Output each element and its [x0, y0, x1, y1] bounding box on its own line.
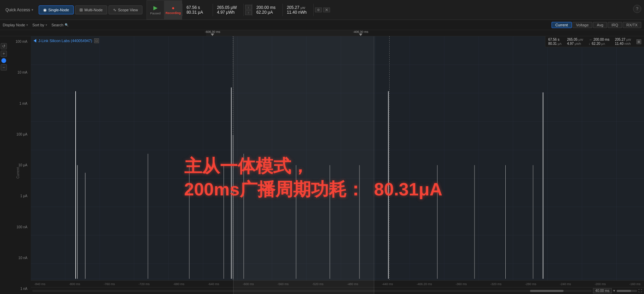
zoom-slider-track[interactable] [617, 290, 637, 292]
y-label-100ua: 100 μA [16, 132, 29, 136]
zoom-down-icon[interactable]: ▾ [613, 289, 615, 293]
zoom-out-btn[interactable]: ↺ [1, 43, 7, 49]
display-node-item[interactable]: Display Node ▾ [3, 23, 28, 27]
y-dot-indicator [1, 58, 6, 63]
filter-current-btn[interactable]: Current [552, 22, 572, 28]
y-label-100na: 100 nA [16, 225, 29, 229]
scroll-track[interactable] [32, 290, 592, 292]
help-button[interactable]: ? [633, 5, 641, 13]
second-toolbar: Display Node ▾ Sort by ▾ Search 🔍 Curren… [0, 20, 644, 30]
y-axis-labels: 100 mA 10 mA 1 mA 100 μA 10 μA 1 μA 100 … [0, 36, 29, 294]
marker1-arrow [211, 34, 214, 36]
dl-arrow-icon: ↓ [589, 42, 590, 46]
play-button[interactable]: ▶ Paused [147, 0, 164, 20]
avg-stats: 200.00 ms 62.20 μA [252, 4, 283, 16]
filter-avg-btn[interactable]: Avg [593, 22, 607, 28]
stat-row-current: 80.31 μA [548, 42, 561, 46]
stat-dl-current: 62.20 μA [592, 42, 605, 46]
stat-energy-val: 4.97 μWh [567, 42, 581, 46]
main-content: ↺ + − 100 mA 10 mA 1 mA 100 μA 10 μA 1 μ… [0, 36, 644, 294]
sort-by-item[interactable]: Sort by ▾ [32, 23, 47, 27]
zoom-in-top-btn[interactable]: + [1, 51, 7, 57]
top-toolbar: Quick Access ▾ ◉ Single-Node ⊞ Multi-Nod… [0, 0, 644, 20]
settings-btn[interactable]: ⚙ [315, 8, 322, 12]
stat-avg-time: 200.00 ms [593, 38, 609, 41]
filter-irq-btn[interactable]: IRQ [608, 22, 622, 28]
stat-row-avg-power: 205.27 μW [615, 38, 631, 41]
chart-header: J-Link Silicon Labs (440054947) □ [34, 38, 99, 43]
zoom-slider-thumb [617, 290, 631, 292]
avg-current-value: 62.20 μA [256, 10, 278, 15]
single-node-label: Single-Node [48, 8, 69, 12]
quick-access-chevron: ▾ [31, 8, 33, 12]
zoom-in-bot-btn[interactable]: − [1, 64, 7, 71]
power-stats: 265.05 μW 4.97 μWh [213, 4, 244, 16]
play-label: Paused [150, 12, 161, 15]
y-label-1ma: 1 mA [20, 102, 29, 105]
record-label: Recording [165, 11, 181, 15]
timeline-bar: -606.30 ms -406.30 ms [0, 30, 644, 36]
x-label-3: -760 ms [104, 282, 115, 286]
marker2-arrow [359, 34, 362, 36]
multi-node-label: Multi-Node [85, 8, 103, 12]
device-info-icon[interactable]: □ [94, 38, 99, 43]
power-value: 265.05 μW [217, 5, 239, 10]
y-label-10ua: 10 μA [18, 163, 29, 167]
time-stats: 67.56 s 80.31 μA [182, 4, 213, 16]
filter-rxtx-btn[interactable]: RX/TX [623, 22, 641, 28]
search-label: Search [51, 23, 63, 27]
zoom-expand-icon[interactable]: ⛶ [639, 289, 642, 293]
record-button[interactable]: ● Recording [164, 0, 182, 20]
scope-view-btn[interactable]: ∿ Scope View [109, 5, 142, 14]
filter-voltage-btn[interactable]: Voltage [572, 22, 593, 28]
display-node-chevron: ▾ [26, 23, 28, 27]
quick-access-menu[interactable]: Quick Access ▾ [3, 6, 36, 14]
x-label-7: -600 ms [243, 282, 254, 286]
scope-view-icon: ∿ [113, 8, 116, 12]
x-label-1: -840 ms [34, 282, 46, 286]
multi-node-btn[interactable]: ⊞ Multi-Node [75, 5, 107, 14]
x-label-17: -200 ms [595, 282, 606, 286]
stat-block-avg2: 205.27 μW 11.40 nWh [615, 38, 631, 46]
minimize-btn[interactable]: ↓ [245, 5, 252, 10]
x-label-9: -520 ms [312, 282, 324, 286]
single-node-btn[interactable]: ◉ Single-Node [39, 5, 74, 14]
sort-by-chevron: ▾ [46, 23, 47, 27]
stat-block-power: 265.05 μW 4.97 μWh [567, 38, 583, 46]
search-item[interactable]: Search 🔍 [51, 23, 68, 27]
y-label-10na: 10 nA [18, 256, 29, 260]
zoom-level-display: 40.00 ms [593, 288, 612, 293]
avg-arrow-icon: → [589, 38, 592, 41]
quick-access-label: Quick Access [5, 8, 30, 12]
y-label-1ua: 1 μA [20, 194, 29, 198]
x-label-16: -240 ms [560, 282, 571, 286]
x-label-12: -406.20 ms [417, 282, 432, 286]
y-label-10ma: 10 mA [17, 71, 29, 74]
current-value: 80.31 μA [187, 10, 209, 15]
avg-time-value: 200.00 ms [256, 5, 278, 10]
scope-view-label: Scope View [118, 8, 138, 12]
x-label-10: -480 ms [347, 282, 358, 286]
stat-time-val: 67.56 s [548, 38, 559, 41]
marker1-label: -606.30 ms [205, 30, 220, 34]
x-label-11: -440 ms [382, 282, 393, 286]
close-btn[interactable]: ✕ [323, 8, 330, 12]
zoom-controls: 40.00 ms ▾ ⛶ [593, 288, 644, 293]
load-btn[interactable]: ↑ [245, 10, 252, 15]
x-label-6: -640 ms [208, 282, 219, 286]
expand-chart-icon[interactable]: ⊞ [636, 39, 641, 44]
play-icon: ▶ [153, 4, 157, 11]
energy-value: 4.97 μWh [217, 10, 239, 15]
x-label-4: -720 ms [139, 282, 150, 286]
multi-node-icon: ⊞ [79, 8, 83, 12]
scroll-thumb[interactable] [530, 290, 564, 292]
settings-controls: ⚙ [315, 8, 322, 12]
x-label-5: -680 ms [173, 282, 185, 286]
chart-area[interactable]: J-Link Silicon Labs (440054947) □ 67.56 … [31, 36, 644, 294]
y-axis-label: Current [16, 167, 20, 178]
stat-row-power: 265.05 μW [567, 38, 583, 41]
stat-row-avg-label: → 200.00 ms [589, 38, 609, 41]
x-label-2: -800 ms [69, 282, 80, 286]
window-controls: ↓ ↑ [245, 5, 252, 15]
marker2-label: -406.30 ms [353, 30, 368, 34]
